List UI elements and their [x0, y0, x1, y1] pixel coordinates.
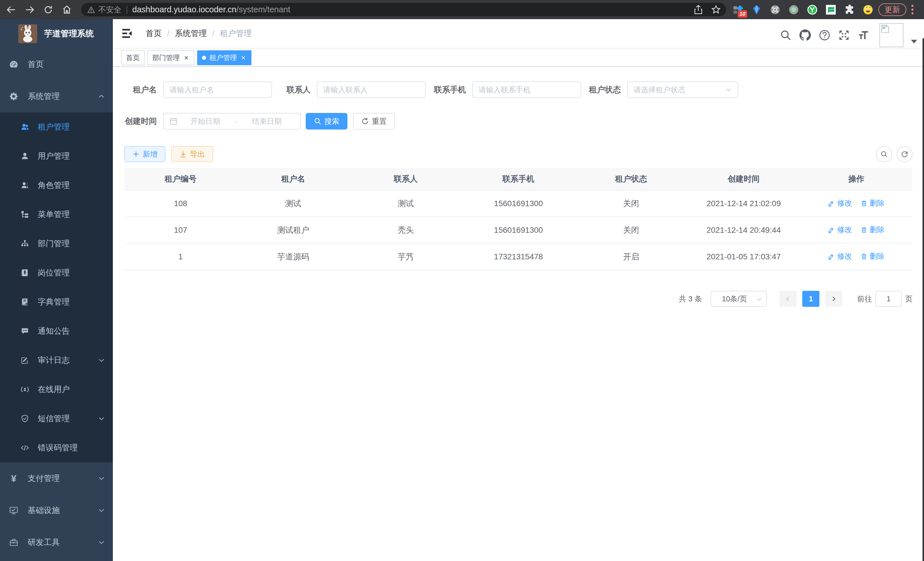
close-icon[interactable] — [240, 55, 247, 61]
show-search-toggle-button[interactable] — [876, 146, 892, 162]
logo-avatar — [18, 24, 37, 43]
url-path: /system/tenant — [236, 5, 290, 14]
extension-command-icon[interactable] — [770, 5, 780, 15]
current-page[interactable]: 1 — [802, 291, 819, 307]
breadcrumb-system[interactable]: 系统管理 — [175, 28, 207, 39]
cell-tenant-name: 测试 — [237, 190, 350, 217]
browser-extensions: 10 — [733, 5, 873, 15]
breadcrumb-current: 租户管理 — [220, 28, 252, 39]
sidebar-item-post[interactable]: 岗位管理 — [0, 258, 113, 287]
edit-link[interactable]: 修改 — [828, 251, 852, 261]
chevron-down-icon — [756, 296, 762, 302]
cell-actions: 修改 删除 — [800, 190, 913, 217]
date-range-input[interactable]: 开始日期 - 结束日期 — [163, 113, 301, 129]
tenant-users-icon — [21, 123, 29, 131]
contact-input[interactable]: 请输入联系人 — [317, 81, 426, 98]
search-icon — [314, 117, 321, 125]
fullscreen-icon[interactable] — [838, 29, 850, 41]
extension-diamond-icon[interactable] — [752, 5, 762, 15]
extension-chat-icon[interactable] — [826, 5, 836, 15]
avatar[interactable] — [879, 23, 903, 47]
sidebar-item-menu[interactable]: 菜单管理 — [0, 200, 113, 229]
address-bar[interactable]: 不安全 dashboard.yudao.iocoder.cn/system/te… — [81, 3, 726, 16]
security-label[interactable]: 不安全 — [98, 5, 122, 15]
sidebar-item-role[interactable]: 角色管理 — [0, 171, 113, 200]
font-size-icon[interactable] — [858, 29, 869, 41]
avatar-caret-icon[interactable] — [911, 40, 917, 44]
delete-link[interactable]: 删除 — [861, 198, 885, 208]
reset-button[interactable]: 重置 — [353, 113, 395, 129]
sidebar-item-notice[interactable]: 通知公告 — [0, 317, 113, 346]
next-page-button[interactable] — [825, 291, 842, 307]
add-button[interactable]: 新增 — [124, 146, 165, 162]
header-search-icon[interactable] — [780, 29, 791, 41]
tag-dept[interactable]: 部门管理 — [147, 50, 194, 65]
active-dot — [202, 56, 206, 60]
extension-tabs-icon[interactable]: 10 — [733, 5, 743, 15]
col-actions: 操作 — [800, 168, 913, 190]
edit-link[interactable]: 修改 — [828, 198, 852, 208]
sidebar-item-user[interactable]: 用户管理 — [0, 141, 113, 171]
browser-update-button[interactable]: 更新 — [878, 3, 906, 16]
tag-label: 部门管理 — [152, 53, 180, 62]
sidebar-item-tenant[interactable]: 租户管理 — [0, 112, 113, 141]
col-tenant-name: 租户名 — [237, 168, 350, 190]
toolbox-icon — [9, 538, 18, 547]
url-text[interactable]: dashboard.yudao.iocoder.cn/system/tenant — [132, 5, 290, 14]
search-button[interactable]: 搜索 — [306, 113, 347, 129]
chevron-down-icon — [98, 357, 105, 364]
reload-icon[interactable] — [44, 5, 53, 15]
export-button[interactable]: 导出 — [171, 146, 213, 162]
status-select[interactable]: 请选择租户状态 — [627, 81, 738, 98]
sidebar-item-dict[interactable]: 字典管理 — [0, 287, 113, 317]
tag-tenant[interactable]: 租户管理 — [197, 50, 251, 65]
page-content: 租户名 请输入租户名 联系人 请输入联系人 联系手机 请输入联系手机 租户状态 — [113, 67, 924, 561]
delete-link[interactable]: 删除 — [861, 251, 885, 261]
message-bubble-icon — [21, 327, 29, 335]
tags-view: 首页 部门管理 租户管理 — [113, 48, 924, 67]
sidebar-item-pay[interactable]: ¥ 支付管理 — [0, 462, 113, 494]
forward-icon[interactable] — [25, 5, 34, 15]
sidebar: 芋道管理系统 首页 系统管理 — [0, 19, 113, 561]
back-icon[interactable] — [6, 5, 16, 15]
mobile-input[interactable]: 请输入联系手机 — [472, 81, 581, 98]
sidebar-item-sms[interactable]: 短信管理 — [0, 404, 113, 433]
browser-menu-icon[interactable] — [910, 5, 914, 14]
delete-link[interactable]: 删除 — [861, 225, 885, 235]
close-icon[interactable] — [183, 55, 189, 61]
goto-page-input[interactable]: 1 — [875, 291, 902, 307]
sidebar-logo[interactable]: 芋道管理系统 — [0, 19, 113, 48]
emoji-extension-icon[interactable] — [863, 5, 873, 15]
tenant-name-input[interactable]: 请输入租户名 — [163, 81, 272, 98]
bookmark-star-icon[interactable] — [711, 5, 721, 15]
sidebar-item-system[interactable]: 系统管理 — [0, 80, 113, 112]
prev-page-button[interactable] — [779, 291, 796, 307]
page-size-select[interactable]: 10条/页 — [711, 291, 767, 307]
github-icon[interactable] — [800, 29, 811, 41]
edit-link[interactable]: 修改 — [828, 225, 852, 235]
help-icon[interactable] — [819, 29, 830, 41]
sidebar-item-infra[interactable]: 基础设施 — [0, 494, 113, 526]
code-icon — [21, 444, 29, 452]
cell-created: 2021-12-14 21:02:09 — [687, 190, 800, 217]
sidebar-item-devtools[interactable]: 研发工具 — [0, 526, 113, 558]
sidebar-item-audit-log[interactable]: 审计日志 — [0, 346, 113, 375]
sidebar-item-home[interactable]: 首页 — [0, 48, 113, 80]
cell-mobile: 17321315478 — [462, 243, 574, 270]
sidebar-item-label: 研发工具 — [28, 537, 60, 548]
extension-record-icon[interactable] — [789, 5, 799, 15]
breadcrumb-home[interactable]: 首页 — [146, 28, 162, 39]
table-toolbar: 新增 导出 — [124, 146, 913, 162]
sidebar-item-dept[interactable]: 部门管理 — [0, 229, 113, 258]
filter-row-1: 租户名 请输入租户名 联系人 请输入联系人 联系手机 请输入联系手机 租户状态 — [124, 81, 913, 98]
sidebar-item-online-user[interactable]: 在线用户 — [0, 375, 113, 404]
share-icon[interactable] — [693, 5, 703, 15]
extensions-puzzle-icon[interactable] — [844, 5, 855, 15]
sidebar-item-label: 租户管理 — [38, 122, 70, 132]
refresh-table-button[interactable] — [897, 146, 913, 162]
extension-y-logo-icon[interactable] — [807, 5, 818, 15]
sidebar-toggle-icon[interactable] — [122, 28, 132, 39]
home-icon[interactable] — [62, 5, 72, 15]
tag-home[interactable]: 首页 — [121, 50, 145, 65]
sidebar-item-error-code[interactable]: 错误码管理 — [0, 433, 113, 462]
